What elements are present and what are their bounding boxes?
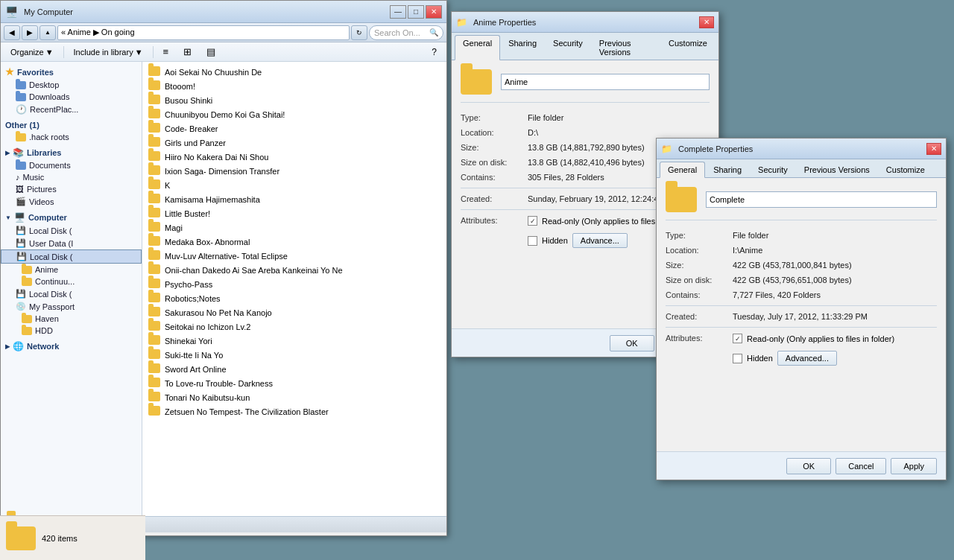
sidebar-item-music[interactable]: ♪ Music xyxy=(1,171,142,183)
complete-type-value: File folder xyxy=(733,231,768,240)
list-item[interactable]: Btooom! xyxy=(145,79,443,93)
address-bar[interactable]: « Anime ▶ On going xyxy=(57,25,350,40)
view-button[interactable]: ⊞ xyxy=(177,44,198,60)
favorites-header[interactable]: ★ Favorites xyxy=(1,65,142,79)
computer-header[interactable]: ▼ 🖥️ Computer xyxy=(1,211,142,224)
list-item[interactable]: Muv-Luv Alternative- Total Eclipse xyxy=(145,249,443,263)
complete-tab-previous-versions[interactable]: Previous Versions xyxy=(796,162,878,177)
up-button[interactable]: ▲ xyxy=(40,25,56,40)
anime-ok-button[interactable]: OK xyxy=(610,335,654,351)
refresh-button[interactable]: ↻ xyxy=(351,25,367,40)
sidebar-item-continue-folder[interactable]: Continuu... xyxy=(1,276,142,287)
list-item[interactable]: Medaka Box- Abnormal xyxy=(145,235,443,249)
folder-icon xyxy=(148,392,160,403)
list-item[interactable]: Tonari No Kaibutsu-kun xyxy=(145,390,443,404)
complete-size-row: Size: 422 GB (453,781,000,841 bytes) xyxy=(666,261,937,270)
complete-advanced-button[interactable]: Advanced... xyxy=(777,351,837,366)
network-header[interactable]: ▶ 🌐 Network xyxy=(1,340,142,353)
sidebar-item-hackroots[interactable]: .hack roots xyxy=(1,131,142,143)
anime-tab-sharing[interactable]: Sharing xyxy=(500,35,545,60)
sidebar-item-localdisk-c[interactable]: 💾 Local Disk ( xyxy=(1,224,142,237)
list-item[interactable]: To Love-ru Trouble- Darkness xyxy=(145,376,443,390)
sidebar-item-documents[interactable]: Documents xyxy=(1,159,142,171)
anime-tab-customize[interactable]: Customize xyxy=(660,35,716,60)
list-item[interactable]: Kamisama Hajimemashita xyxy=(145,192,443,206)
complete-apply-button[interactable]: Apply xyxy=(891,458,937,474)
sidebar-item-downloads[interactable]: Downloads xyxy=(1,91,142,103)
list-item[interactable]: Hiiro No Kakera Dai Ni Shou xyxy=(145,150,443,164)
search-box[interactable]: Search On... 🔍 xyxy=(369,25,443,40)
libraries-header[interactable]: ▶ 📚 Libraries xyxy=(1,146,142,159)
sidebar-item-videos[interactable]: 🎬 Videos xyxy=(1,195,142,208)
anime-tab-general[interactable]: General xyxy=(455,35,500,60)
list-item[interactable]: Magi xyxy=(145,220,443,235)
hdd-label: HDD xyxy=(35,326,53,335)
sidebar-item-localdisk-d[interactable]: 💾 Local Disk ( xyxy=(1,249,142,264)
sidebar-item-mypassport[interactable]: 💿 My Passport xyxy=(1,300,142,313)
complete-folder-big-icon xyxy=(666,187,697,212)
complete-cancel-button[interactable]: Cancel xyxy=(835,458,886,474)
include-arrow: ▼ xyxy=(135,48,143,57)
complete-ok-button[interactable]: OK xyxy=(786,458,831,474)
anime-type-row: Type: File folder xyxy=(461,113,710,122)
sidebar-item-pictures[interactable]: 🖼 Pictures xyxy=(1,183,142,195)
anime-hidden-checkbox[interactable] xyxy=(528,236,537,246)
list-item[interactable]: Robotics;Notes xyxy=(145,291,443,305)
list-item[interactable]: Girls und Panzer xyxy=(145,136,443,150)
complete-readonly-row: Read-only (Only applies to files in fold… xyxy=(733,334,894,343)
list-item[interactable]: Aoi Sekai No Chuushin De xyxy=(145,65,443,79)
list-item[interactable]: Chuunibyou Demo Koi Ga Shitai! xyxy=(145,107,443,121)
sidebar-item-recent[interactable]: 🕐 RecentPlac... xyxy=(1,103,142,116)
anime-tab-security[interactable]: Security xyxy=(545,35,591,60)
help-button[interactable]: ? xyxy=(425,44,443,60)
list-item[interactable]: Seitokai no Ichizon Lv.2 xyxy=(145,319,443,334)
include-library-menu[interactable]: Include in library ▼ xyxy=(67,44,150,60)
list-item[interactable]: Code- Breaker xyxy=(145,121,443,136)
list-item[interactable]: Little Buster! xyxy=(145,206,443,220)
anime-props-close-button[interactable]: ✕ xyxy=(699,16,714,28)
complete-hidden-checkbox[interactable] xyxy=(733,354,742,363)
network-section: ▶ 🌐 Network xyxy=(1,340,142,353)
anime-advanced-button[interactable]: Advance... xyxy=(572,233,628,248)
other-header[interactable]: Other (1) xyxy=(1,119,142,131)
anime-name-input[interactable] xyxy=(501,74,710,90)
list-item[interactable]: Zetsuen No Tempest- The Civilization Bla… xyxy=(145,404,443,419)
sidebar-item-userdata[interactable]: 💾 User Data (I xyxy=(1,237,142,249)
back-button[interactable]: ◀ xyxy=(4,25,20,40)
complete-contains-label: Contains: xyxy=(666,290,733,299)
details-button[interactable]: ▤ xyxy=(200,44,222,60)
list-item[interactable]: Sword Art Online xyxy=(145,362,443,376)
close-button[interactable]: ✕ xyxy=(426,5,442,19)
complete-name-input[interactable] xyxy=(706,191,937,208)
organize-menu[interactable]: Organize ▼ xyxy=(4,44,60,60)
complete-tab-general[interactable]: General xyxy=(660,162,705,178)
sidebar-item-hdd[interactable]: HDD xyxy=(1,325,142,337)
sidebar-item-localdisk-e[interactable]: 💾 Local Disk ( xyxy=(1,287,142,300)
sidebar-item-haven[interactable]: Haven xyxy=(1,313,142,325)
pictures-label: Pictures xyxy=(27,185,57,194)
sidebar-item-anime-folder[interactable]: Anime xyxy=(1,264,142,276)
list-item[interactable]: Sakurasou No Pet Na Kanojo xyxy=(145,305,443,319)
list-item[interactable]: Shinekai Yori xyxy=(145,334,443,348)
anime-type-label: Type: xyxy=(461,113,528,122)
anime-readonly-checkbox[interactable] xyxy=(528,216,537,226)
list-item[interactable]: Onii-chan Dakedo Ai Sae Areba Kankeinai … xyxy=(145,263,443,277)
minimize-button[interactable]: — xyxy=(390,5,406,19)
sidebar-item-desktop[interactable]: Desktop xyxy=(1,79,142,91)
complete-location-value: I:\Anime xyxy=(733,246,762,255)
list-item[interactable]: Busou Shinki xyxy=(145,93,443,107)
list-item[interactable]: Psycho-Pass xyxy=(145,277,443,291)
complete-tab-security[interactable]: Security xyxy=(750,162,796,177)
forward-button[interactable]: ▶ xyxy=(22,25,38,40)
computer-label: Computer xyxy=(28,213,67,222)
maximize-button[interactable]: □ xyxy=(408,5,424,19)
list-item[interactable]: Suki-tte Ii Na Yo xyxy=(145,348,443,362)
complete-tab-customize[interactable]: Customize xyxy=(878,162,933,177)
share-button[interactable]: ≡ xyxy=(157,44,176,60)
anime-tab-previous-versions[interactable]: Previous Versions xyxy=(591,35,660,60)
list-item[interactable]: Ixion Saga- Dimension Transfer xyxy=(145,164,443,178)
list-item[interactable]: K xyxy=(145,178,443,192)
complete-tab-sharing[interactable]: Sharing xyxy=(705,162,750,177)
complete-props-close-button[interactable]: ✕ xyxy=(926,143,941,155)
complete-readonly-checkbox[interactable] xyxy=(733,334,742,343)
